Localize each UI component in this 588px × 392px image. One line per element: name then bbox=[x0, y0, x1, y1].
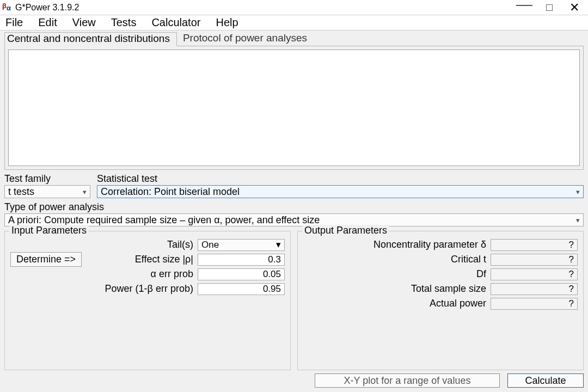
test-selectors: Test family t tests ▾ Statistical test C… bbox=[4, 173, 584, 198]
plot-tabs: Central and noncentral distributions Pro… bbox=[4, 32, 584, 46]
calculate-button[interactable]: Calculate bbox=[507, 373, 584, 388]
menu-edit[interactable]: Edit bbox=[38, 16, 57, 29]
critical-t-output bbox=[491, 254, 578, 266]
output-parameters-legend: Output Parameters bbox=[302, 225, 389, 236]
title-bar: βα G*Power 3.1.9.2 — ✕ bbox=[0, 0, 588, 15]
menu-tests[interactable]: Tests bbox=[111, 16, 137, 29]
ncp-label: Noncentrality parameter δ bbox=[303, 239, 491, 250]
close-icon: ✕ bbox=[569, 1, 579, 15]
parameters-row: Input Parameters Tail(s) One ▾ Determine… bbox=[4, 231, 584, 370]
alpha-input[interactable] bbox=[198, 268, 285, 280]
chevron-down-icon: ▾ bbox=[83, 188, 87, 196]
tab-central-noncentral[interactable]: Central and noncentral distributions bbox=[4, 32, 177, 46]
menu-calculator[interactable]: Calculator bbox=[151, 16, 200, 29]
analysis-type-label: Type of power analysis bbox=[4, 201, 584, 213]
power-label: Power (1-β err prob) bbox=[97, 283, 198, 295]
actual-power-output bbox=[491, 298, 578, 310]
critical-t-label: Critical t bbox=[303, 254, 491, 265]
actual-power-label: Actual power bbox=[303, 298, 491, 309]
chevron-down-icon: ▾ bbox=[576, 216, 580, 224]
test-family-select[interactable]: t tests ▾ bbox=[4, 185, 90, 198]
plot-frame bbox=[4, 46, 584, 170]
test-family-value: t tests bbox=[8, 186, 34, 198]
ncp-output bbox=[491, 239, 578, 251]
determine-button[interactable]: Determine => bbox=[10, 252, 82, 267]
menu-help[interactable]: Help bbox=[216, 16, 238, 29]
xy-plot-button[interactable]: X-Y plot for a range of values bbox=[315, 373, 500, 388]
statistical-test-select[interactable]: Correlation: Point biserial model ▾ bbox=[97, 185, 584, 198]
statistical-test-value: Correlation: Point biserial model bbox=[101, 186, 240, 198]
maximize-icon bbox=[546, 4, 553, 11]
output-parameters-panel: Output Parameters Noncentrality paramete… bbox=[297, 231, 584, 370]
effect-size-label: Effect size |ρ| bbox=[87, 254, 198, 265]
maximize-button[interactable] bbox=[537, 0, 562, 15]
analysis-type-value: A priori: Compute required sample size –… bbox=[8, 215, 320, 226]
client-area: Central and noncentral distributions Pro… bbox=[0, 30, 588, 392]
input-parameters-legend: Input Parameters bbox=[9, 225, 89, 236]
menu-bar: File Edit View Tests Calculator Help bbox=[0, 15, 588, 30]
statistical-test-label: Statistical test bbox=[97, 173, 584, 185]
minimize-button[interactable]: — bbox=[512, 0, 537, 15]
analysis-type-block: Type of power analysis A priori: Compute… bbox=[4, 201, 584, 226]
chevron-down-icon: ▾ bbox=[276, 239, 281, 250]
window-title: G*Power 3.1.9.2 bbox=[15, 3, 79, 13]
sample-size-label: Total sample size bbox=[303, 283, 491, 295]
chevron-down-icon: ▾ bbox=[576, 188, 580, 196]
analysis-type-select[interactable]: A priori: Compute required sample size –… bbox=[4, 213, 584, 226]
distribution-plot bbox=[8, 50, 580, 166]
df-label: Df bbox=[303, 268, 491, 280]
tab-protocol[interactable]: Protocol of power analyses bbox=[180, 32, 314, 46]
bottom-bar: X-Y plot for a range of values Calculate bbox=[4, 373, 584, 388]
window-controls: — ✕ bbox=[512, 0, 587, 15]
app-icon: βα bbox=[2, 3, 12, 13]
tails-select[interactable]: One ▾ bbox=[198, 239, 285, 251]
alpha-label: α err prob bbox=[97, 268, 198, 280]
effect-size-input[interactable] bbox=[198, 254, 285, 266]
menu-view[interactable]: View bbox=[72, 16, 96, 29]
tails-label: Tail(s) bbox=[97, 239, 198, 250]
df-output bbox=[491, 268, 578, 280]
menu-file[interactable]: File bbox=[5, 16, 23, 29]
tails-value: One bbox=[201, 240, 219, 250]
input-parameters-panel: Input Parameters Tail(s) One ▾ Determine… bbox=[4, 231, 291, 370]
sample-size-output bbox=[491, 283, 578, 295]
close-button[interactable]: ✕ bbox=[562, 0, 587, 15]
test-family-label: Test family bbox=[4, 173, 90, 185]
power-input[interactable] bbox=[198, 283, 285, 295]
